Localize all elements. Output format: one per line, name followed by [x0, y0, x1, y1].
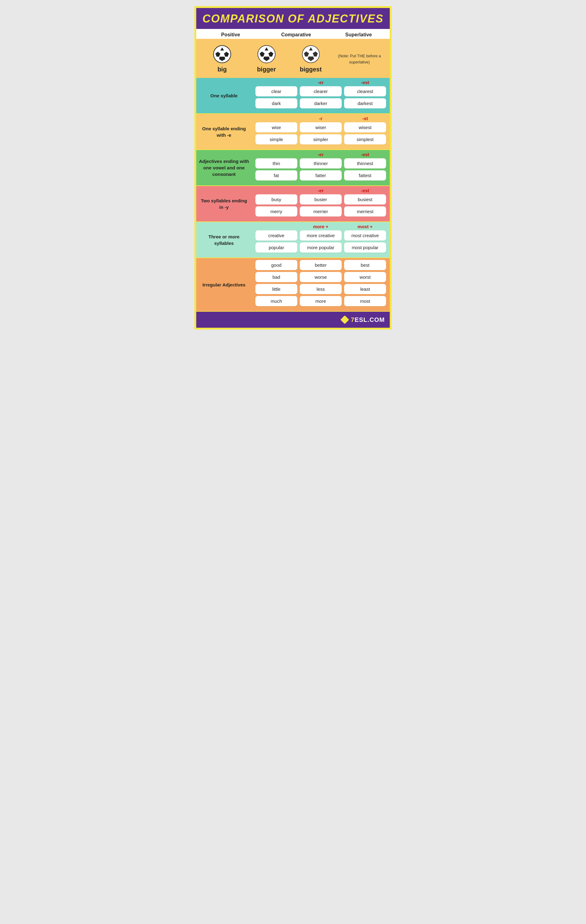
- comp-suffix: -er: [299, 80, 343, 85]
- sup-suffix: -est: [343, 152, 387, 157]
- suffix-spacer: [254, 188, 299, 193]
- suffix-spacer: [254, 152, 299, 157]
- word-positive: creative: [256, 230, 297, 241]
- word-superlative: busiest: [344, 194, 386, 205]
- words-row: muchmoremost: [254, 296, 387, 306]
- word-positive: merry: [256, 206, 297, 216]
- section-vowel-consonant: Adjectives ending with one vowel and one…: [196, 150, 390, 185]
- word-positive: simple: [256, 134, 297, 144]
- section-one-syllable: One syllable-er-estclearclearerclearestd…: [196, 78, 390, 113]
- words-row: popularmore popularmost popular: [254, 243, 387, 252]
- column-headers: Positive Comparative Superlative: [196, 29, 390, 39]
- data-area-irregular: goodbetterbestbadworseworstlittlelesslea…: [252, 258, 390, 311]
- superlative-ball: [302, 45, 320, 63]
- word-positive: wise: [256, 122, 297, 132]
- comp-suffix: -er: [299, 152, 343, 157]
- logo-icon: [340, 315, 349, 324]
- label-vowel-consonant: Adjectives ending with one vowel and one…: [196, 150, 252, 185]
- word-comparative: less: [300, 284, 342, 294]
- word-comparative: wiser: [300, 122, 342, 132]
- label-irregular: Irregular Adjectives: [196, 258, 252, 311]
- label-one-syllable: One syllable: [196, 78, 252, 113]
- word-positive: popular: [256, 243, 297, 252]
- note-col: (Note: Put THE before a superlative): [333, 53, 386, 65]
- words-row: busybusierbusiest: [254, 194, 387, 205]
- word-positive: fat: [256, 170, 297, 180]
- words-row: simplesimplersimplest: [254, 134, 387, 144]
- word-superlative: clearest: [344, 86, 386, 96]
- main-card: COMPARISON OF ADJECTIVES Positive Compar…: [195, 6, 391, 330]
- section-three-syllables: Three or more syllablesmore +most +creat…: [196, 222, 390, 257]
- word-positive: clear: [256, 86, 297, 96]
- label-three-syllables: Three or more syllables: [196, 222, 252, 257]
- sup-suffix: -est: [343, 80, 387, 85]
- word-superlative: least: [344, 284, 386, 294]
- words-row: creativemore creativemost creative: [254, 230, 387, 241]
- word-superlative: most: [344, 296, 386, 306]
- words-row: fatfatterfattest: [254, 170, 387, 180]
- sections-container: One syllable-er-estclearclearerclearestd…: [196, 78, 390, 311]
- words-row: clearclearerclearest: [254, 86, 387, 96]
- suffix-row: -er-est: [254, 80, 387, 85]
- comp-suffix: -r: [299, 116, 343, 121]
- words-row: darkdarkerdarkest: [254, 98, 387, 109]
- col-header-positive: Positive: [196, 32, 265, 38]
- superlative-ball-col: biggest: [289, 45, 333, 73]
- word-superlative: simplest: [344, 134, 386, 144]
- comp-suffix: -er: [299, 188, 343, 193]
- word-comparative: busier: [300, 194, 342, 205]
- superlative-word: biggest: [300, 66, 322, 73]
- positive-word: big: [218, 66, 227, 73]
- footer-bar: 7ESL.COM: [196, 312, 390, 328]
- word-superlative: thinnest: [344, 158, 386, 168]
- positive-ball: [213, 45, 231, 63]
- words-row: thinthinnerthinnest: [254, 158, 387, 168]
- words-row: wisewiserwisest: [254, 122, 387, 132]
- logo-text: 7ESL.COM: [351, 316, 385, 323]
- col-header-comparative: Comparative: [265, 32, 327, 38]
- words-row: merrymerriermerriest: [254, 206, 387, 216]
- label-two-syllable-y: Two syllables ending in -y: [196, 186, 252, 221]
- word-positive: thin: [256, 158, 297, 168]
- data-area-one-syllable-e: -r-stwisewiserwisestsimplesimplersimples…: [252, 114, 390, 149]
- word-superlative: wisest: [344, 122, 386, 132]
- word-positive: little: [256, 284, 297, 294]
- word-comparative: simpler: [300, 134, 342, 144]
- word-superlative: darkest: [344, 98, 386, 109]
- suffix-row: -er-est: [254, 152, 387, 157]
- word-superlative: merriest: [344, 206, 386, 216]
- word-comparative: merrier: [300, 206, 342, 216]
- sup-suffix: -est: [343, 188, 387, 193]
- word-positive: much: [256, 296, 297, 306]
- suffix-row: -r-st: [254, 116, 387, 121]
- word-positive: dark: [256, 98, 297, 109]
- note-text: (Note: Put THE before a superlative): [338, 54, 381, 64]
- sup-suffix: -st: [343, 116, 387, 121]
- word-comparative: more creative: [300, 230, 342, 241]
- data-area-two-syllable-y: -er-estbusybusierbusiestmerrymerriermerr…: [252, 186, 390, 221]
- suffix-spacer: [254, 80, 299, 85]
- words-row: badworseworst: [254, 272, 387, 282]
- comp-suffix: more +: [299, 224, 343, 229]
- word-superlative: fattest: [344, 170, 386, 180]
- title-bar: COMPARISON OF ADJECTIVES: [196, 8, 390, 29]
- words-row: goodbetterbest: [254, 260, 387, 270]
- word-comparative: better: [300, 260, 342, 270]
- word-comparative: clearer: [300, 86, 342, 96]
- words-row: littlelessleast: [254, 284, 387, 294]
- word-superlative: worst: [344, 272, 386, 282]
- sup-suffix: most +: [343, 224, 387, 229]
- suffix-spacer: [254, 116, 299, 121]
- suffix-row: -er-est: [254, 188, 387, 193]
- section-two-syllable-y: Two syllables ending in -y-er-estbusybus…: [196, 186, 390, 221]
- word-superlative: best: [344, 260, 386, 270]
- word-superlative: most popular: [344, 243, 386, 252]
- word-comparative: worse: [300, 272, 342, 282]
- comparative-word: bigger: [257, 66, 276, 73]
- word-positive: good: [256, 260, 297, 270]
- data-area-one-syllable: -er-estclearclearerclearestdarkdarkerdar…: [252, 78, 390, 113]
- data-area-vowel-consonant: -er-estthinthinnerthinnestfatfatterfatte…: [252, 150, 390, 185]
- intro-section: big bigger biggest (Note: Put THE: [196, 39, 390, 78]
- word-comparative: darker: [300, 98, 342, 109]
- page-title: COMPARISON OF ADJECTIVES: [199, 12, 387, 25]
